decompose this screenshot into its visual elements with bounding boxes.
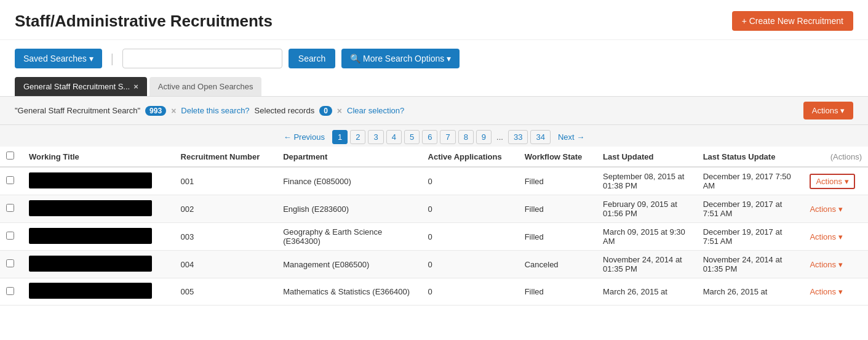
last-status-update-cell: December 19, 2017 at 7:51 AM [697,195,804,223]
last-updated-cell: September 08, 2015 at 01:38 PM [597,167,697,195]
next-page-button[interactable]: Next → [553,131,589,144]
header-department: Department [277,147,421,167]
recruitment-number-cell: 001 [175,167,277,195]
tabs-row: General Staff Recruitment S... × Active … [0,77,868,97]
last-updated-cell: March 09, 2015 at 9:30 AM [597,223,697,251]
tab-active-open-label: Active and Open Searches [158,82,253,91]
workflow-state-cell: Filled [519,195,597,223]
more-search-options-button[interactable]: 🔍 More Search Options ▾ [341,49,460,68]
actions-inline-button[interactable]: Actions ▾ [810,232,842,241]
working-title-cell [23,223,175,251]
search-bar: Saved Searches ▾ | Search 🔍 More Search … [0,40,868,77]
working-title-cell [23,167,175,195]
working-title-redacted [29,228,152,244]
working-title-redacted [29,283,152,299]
header-active-applications: Active Applications [422,147,519,167]
results-table-container: Working Title Recruitment Number Departm… [0,147,868,306]
actions-dropdown-button[interactable]: Actions ▾ [803,102,853,119]
selected-count-badge: 0 [319,106,332,116]
page-4-button[interactable]: 4 [386,130,402,144]
working-title-cell [23,278,175,306]
actions-cell: Actions ▾ [803,278,868,306]
clear-selection-x-icon[interactable]: × [337,106,342,116]
results-table: Working Title Recruitment Number Departm… [0,147,868,306]
clear-selection-link[interactable]: Clear selection? [347,106,404,115]
row-checkbox[interactable] [6,204,14,212]
search-divider: | [111,52,114,66]
last-status-update-cell: March 26, 2015 at [697,278,804,306]
page-header: Staff/Administrative Recruitments + Crea… [0,0,868,40]
row-checkbox[interactable] [6,259,14,267]
search-label: "General Staff Recruitment Search" [15,106,140,115]
workflow-state-cell: Canceled [519,251,597,278]
row-checkbox[interactable] [6,232,14,240]
row-checkbox[interactable] [6,287,14,295]
recruitment-number-cell: 002 [175,195,277,223]
delete-search-x-icon[interactable]: × [171,106,176,116]
working-title-redacted [29,200,152,216]
working-title-redacted [29,172,152,188]
previous-page-button[interactable]: ← Previous [279,131,330,144]
page-2-button[interactable]: 2 [350,130,365,144]
actions-cell: Actions ▾ [803,251,868,278]
table-header-row: Working Title Recruitment Number Departm… [0,147,868,167]
table-row: 003 Geography & Earth Science (E364300) … [0,223,868,251]
department-cell: Finance (E085000) [277,167,421,195]
last-status-update-cell: November 24, 2014 at 01:35 PM [697,251,804,278]
actions-inline-button[interactable]: Actions ▾ [810,260,842,269]
select-all-checkbox[interactable] [6,152,14,160]
page-7-button[interactable]: 7 [440,130,455,144]
department-cell: Mathematics & Statistics (E366400) [277,278,421,306]
header-checkbox [0,147,23,167]
saved-searches-button[interactable]: Saved Searches ▾ [15,49,102,68]
actions-inline-button[interactable]: Actions ▾ [810,287,842,296]
page-6-button[interactable]: 6 [422,130,437,144]
search-input[interactable] [122,49,282,68]
last-updated-cell: November 24, 2014 at 01:35 PM [597,251,697,278]
actions-cell: Actions ▾ [803,195,868,223]
actions-inline-button[interactable]: Actions ▾ [810,204,842,214]
row-checkbox-cell [0,223,23,251]
workflow-state-cell: Filled [519,278,597,306]
actions-cell: Actions ▾ [803,167,868,195]
header-working-title: Working Title [23,147,175,167]
tab-general-staff-label: General Staff Recruitment S... [23,82,130,91]
page-9-button[interactable]: 9 [476,130,492,144]
page-1-button[interactable]: 1 [332,130,348,144]
page-8-button[interactable]: 8 [458,130,474,144]
active-applications-cell: 0 [422,195,519,223]
header-actions: (Actions) [803,147,868,167]
pagination-row: ← Previous 1 2 3 4 5 6 7 8 9 ... 33 34 N… [0,125,868,147]
header-recruitment-number: Recruitment Number [175,147,277,167]
delete-search-link[interactable]: Delete this search? [181,106,249,115]
actions-inline-button[interactable]: Actions ▾ [810,174,854,189]
page-5-button[interactable]: 5 [404,130,420,144]
recruitment-number-cell: 003 [175,223,277,251]
active-applications-cell: 0 [422,278,519,306]
pagination-ellipsis: ... [494,131,506,144]
working-title-cell [23,195,175,223]
tab-general-staff[interactable]: General Staff Recruitment S... × [15,77,147,96]
create-new-recruitment-button[interactable]: + Create New Recruitment [732,11,853,31]
page-34-button[interactable]: 34 [530,130,550,144]
workflow-state-cell: Filled [519,223,597,251]
department-cell: Management (E086500) [277,251,421,278]
page-33-button[interactable]: 33 [508,130,528,144]
search-button[interactable]: Search [289,49,335,68]
department-cell: English (E283600) [277,195,421,223]
header-last-status-update: Last Status Update [697,147,804,167]
row-checkbox[interactable] [6,176,14,184]
last-updated-cell: March 26, 2015 at [597,278,697,306]
actions-cell: Actions ▾ [803,223,868,251]
tab-active-open-searches[interactable]: Active and Open Searches [149,77,262,96]
last-status-update-cell: December 19, 2017 at 7:51 AM [697,223,804,251]
header-workflow-state: Workflow State [519,147,597,167]
tab-general-close-icon[interactable]: × [133,82,138,91]
last-updated-cell: February 09, 2015 at 01:56 PM [597,195,697,223]
row-checkbox-cell [0,167,23,195]
selected-records-label: Selected records [255,106,315,115]
workflow-state-cell: Filled [519,167,597,195]
header-last-updated: Last Updated [597,147,697,167]
page-3-button[interactable]: 3 [368,130,383,144]
row-checkbox-cell [0,278,23,306]
